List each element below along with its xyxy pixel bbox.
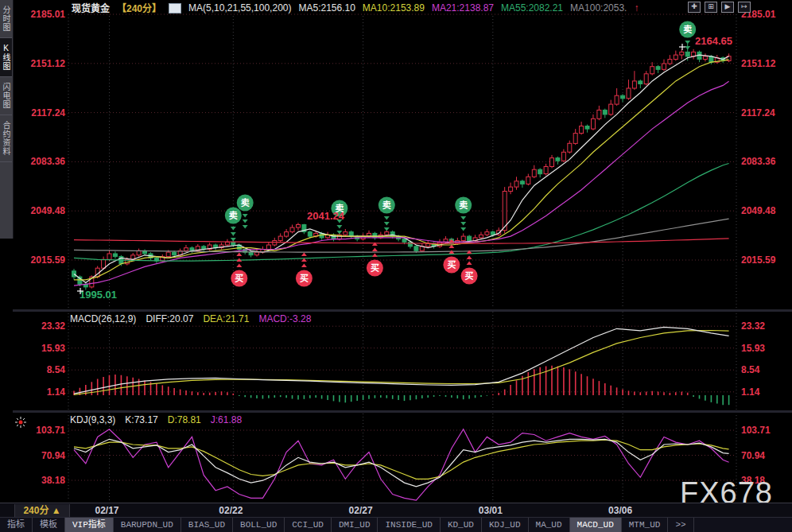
buy-signal-marker: 买 [367, 243, 383, 277]
trend-up-arrow-icon: ↑ [634, 2, 639, 14]
svg-text:15.93: 15.93 [41, 343, 65, 354]
svg-text:1.14: 1.14 [741, 386, 760, 398]
ma-group-label: MA(5,10,21,55,100,200) [188, 2, 291, 14]
svg-text:1.14: 1.14 [47, 386, 66, 398]
macd-pane [74, 327, 729, 405]
hot-indicator-icon[interactable] [14, 416, 27, 429]
pan-icon[interactable]: ✚ [688, 2, 701, 13]
kdj-j-value: J:61.88 [211, 414, 242, 425]
grid-layer [13, 14, 792, 500]
svg-text:2185.01: 2185.01 [31, 9, 66, 20]
sell-signal-marker: 卖 [455, 197, 472, 231]
sidebar-item-time-chart[interactable]: 分时图 [0, 0, 12, 38]
period-label: 【240分】 [117, 1, 161, 14]
fit-chart-icon[interactable]: ⊞ [705, 2, 717, 13]
tab-KDJ_UD[interactable]: KDJ_UD [482, 518, 529, 532]
period-selector[interactable]: 240分 ▲ [14, 504, 70, 517]
macd-dea-value: DEA:21.71 [203, 313, 249, 324]
svg-text:2117.24: 2117.24 [31, 107, 65, 118]
ma21-value: MA21:2138.87 [432, 2, 494, 14]
svg-text:70.94: 70.94 [741, 450, 765, 461]
ma5-value: MA5:2156.10 [298, 2, 355, 14]
sidebar-item-contract-info[interactable]: 合约资料 [0, 115, 12, 162]
trading-app: { "sidebar": { "items": [ {"label": "分时图… [0, 0, 792, 532]
svg-text:2049.48: 2049.48 [31, 205, 66, 216]
date-label: 03/06 [608, 505, 632, 516]
svg-text:2049.48: 2049.48 [741, 205, 776, 216]
svg-text:买: 买 [235, 274, 243, 283]
latest-bar-icon[interactable]: ▶ [721, 2, 734, 13]
tab-MACD_UD[interactable]: MACD_UD [570, 518, 622, 532]
tab-CCI_UD[interactable]: CCI_UD [285, 518, 332, 532]
ma10-value: MA10:2153.89 [363, 2, 425, 14]
ma100-value: MA100:2053. [570, 2, 627, 14]
svg-text:卖: 卖 [382, 200, 391, 210]
sell-signal-marker: 卖 [225, 208, 242, 242]
macd-title: MACD(26,12,9) [70, 313, 136, 324]
tab-MTM_UD[interactable]: MTM_UD [622, 518, 669, 532]
svg-text:2151.12: 2151.12 [741, 58, 776, 69]
sell-signal-marker: 卖 [379, 197, 395, 231]
chart-type-sidebar: 分时图 K线图 闪电图 合约资料 [0, 0, 14, 239]
tab->>[interactable]: >> [668, 518, 693, 532]
ma55-value: MA55:2082.21 [501, 2, 563, 14]
svg-text:38.18: 38.18 [41, 475, 65, 486]
tab-模板[interactable]: 模板 [33, 518, 65, 532]
tab-VIP指标[interactable]: VIP指标 [65, 518, 114, 532]
svg-text:2117.24: 2117.24 [741, 107, 775, 118]
svg-text:15.93: 15.93 [741, 343, 765, 354]
buy-signal-marker: 买 [461, 250, 478, 285]
svg-text:买: 买 [300, 274, 309, 283]
kdj-pane [74, 429, 729, 500]
tab-BARUPDN_UD[interactable]: BARUPDN_UD [114, 518, 181, 532]
svg-text:2041.24: 2041.24 [307, 210, 345, 222]
svg-text:买: 买 [371, 263, 379, 273]
svg-text:卖: 卖 [683, 24, 692, 34]
collapse-panel-icon[interactable]: ↦ [738, 2, 751, 13]
sidebar-item-flash-chart[interactable]: 闪电图 [0, 77, 12, 115]
tab-指标[interactable]: 指标 [0, 518, 33, 532]
svg-text:2164.65: 2164.65 [695, 35, 732, 47]
signal-markers-layer: 卖买卖买卖买卖买卖买卖 [225, 21, 696, 287]
svg-text:70.94: 70.94 [41, 450, 65, 461]
price-chart[interactable]: 2185.012185.012151.122151.122117.242117.… [13, 0, 792, 503]
svg-text:23.32: 23.32 [741, 320, 765, 332]
kdj-k-value: K:73.17 [125, 414, 157, 425]
svg-text:2151.12: 2151.12 [31, 58, 66, 69]
time-axis-row: 240分 ▲ 02/1702/2202/2703/0103/06 [0, 503, 792, 517]
buy-signal-marker: 买 [231, 253, 247, 287]
indicator-tab-bar: 指标模板VIP指标BARUPDN_UDBIAS_UDBOLL_UDCCI_UDD… [0, 517, 792, 532]
macd-diff-value: DIFF:20.07 [146, 313, 193, 324]
macd-header: MACD(26,12,9) DIFF:20.07 DEA:21.71 MACD:… [70, 313, 311, 324]
date-label: 02/22 [219, 505, 243, 516]
kdj-d-value: D:78.81 [168, 414, 201, 425]
svg-text:2083.36: 2083.36 [741, 156, 776, 167]
tab-DMI_UD[interactable]: DMI_UD [332, 518, 379, 532]
svg-text:买: 买 [447, 260, 456, 270]
svg-text:卖: 卖 [459, 200, 468, 210]
svg-text:23.32: 23.32 [41, 320, 65, 332]
tab-MA_UD[interactable]: MA_UD [529, 518, 570, 532]
buy-signal-marker: 买 [296, 253, 313, 287]
kdj-header: KDJ(9,3,3) K:73.17 D:78.81 J:61.88 [70, 414, 242, 425]
svg-text:2083.36: 2083.36 [31, 156, 66, 167]
macd-value: MACD:-3.28 [258, 313, 311, 324]
symbol-name: 现货黄金 [72, 1, 110, 14]
svg-text:103.71: 103.71 [741, 425, 771, 436]
tab-KD_UD[interactable]: KD_UD [441, 518, 482, 532]
date-label: 03/01 [479, 505, 503, 516]
svg-text:2015.59: 2015.59 [741, 254, 776, 266]
svg-text:8.54: 8.54 [47, 364, 66, 375]
ma-chart-icon [169, 3, 181, 14]
chart-toolbar: ✚⊞▶↦ [688, 2, 751, 13]
tab-BIAS_UD[interactable]: BIAS_UD [181, 518, 233, 532]
svg-text:2015.59: 2015.59 [31, 254, 66, 266]
tab-INSIDE_UD[interactable]: INSIDE_UD [378, 518, 440, 532]
kdj-title: KDJ(9,3,3) [70, 414, 115, 425]
sidebar-item-kline-chart[interactable]: K线图 [0, 38, 12, 77]
svg-text:8.54: 8.54 [741, 364, 760, 375]
svg-text:买: 买 [465, 271, 474, 281]
svg-text:1995.01: 1995.01 [80, 289, 117, 301]
tab-BOLL_UD[interactable]: BOLL_UD [233, 518, 285, 532]
svg-text:卖: 卖 [229, 210, 238, 220]
